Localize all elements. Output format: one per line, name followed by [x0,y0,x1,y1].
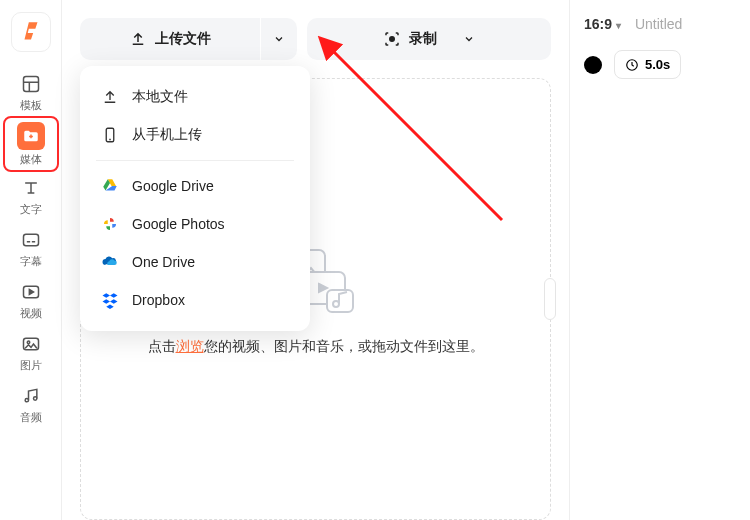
menu-item-gdrive[interactable]: Google Drive [86,167,304,205]
menu-item-phone[interactable]: 从手机上传 [86,116,304,154]
sidebar-item-label: 媒体 [20,152,42,167]
google-drive-icon [100,176,120,196]
main-area: 上传文件 录制 本地文件 从手机上传 [62,0,750,520]
dropzone-suffix: 您的视频、图片和音乐，或拖动文件到这里。 [204,338,484,354]
dropzone-prefix: 点击 [148,338,176,354]
sidebar-item-subtitle[interactable]: 字幕 [7,224,55,272]
music-icon [19,384,43,408]
onedrive-icon [100,252,120,272]
sidebar-item-media[interactable]: 媒体 [7,120,55,168]
sidebar-item-video[interactable]: 视频 [7,276,55,324]
menu-separator [96,160,294,161]
record-icon [383,30,401,48]
menu-item-label: One Drive [132,254,195,270]
sidebar-item-templates[interactable]: 模板 [7,68,55,116]
panel-toolbar: 上传文件 录制 [80,18,551,60]
timeline-clip[interactable]: 5.0s [584,50,736,79]
record-label: 录制 [409,30,437,48]
menu-item-label: Google Photos [132,216,225,232]
app-logo [11,12,51,52]
sidebar-item-label: 图片 [20,358,42,373]
menu-item-label: Google Drive [132,178,214,194]
menu-item-label: Dropbox [132,292,185,308]
right-header: 16:9 ▾ Untitled [584,16,736,32]
upload-menu-toggle[interactable] [261,18,297,60]
media-panel: 上传文件 录制 本地文件 从手机上传 [62,0,570,520]
svg-point-7 [390,37,395,42]
play-icon [19,280,43,304]
panel-resize-handle[interactable] [544,278,556,320]
sidebar-item-text[interactable]: 文字 [7,172,55,220]
dropbox-icon [100,290,120,310]
phone-icon [100,125,120,145]
duration-box[interactable]: 5.0s [614,50,681,79]
chevron-down-icon [463,33,475,45]
sidebar-item-label: 模板 [20,98,42,113]
svg-point-6 [33,396,36,399]
aspect-ratio-selector[interactable]: 16:9 ▾ [584,16,621,32]
chevron-down-icon: ▾ [616,20,621,31]
upload-dropdown-menu: 本地文件 从手机上传 Google Drive Google Photos On… [80,66,310,331]
folder-plus-icon [17,122,45,150]
menu-item-local[interactable]: 本地文件 [86,78,304,116]
dropzone-text: 点击浏览您的视频、图片和音乐，或拖动文件到这里。 [148,338,484,356]
svg-rect-0 [23,76,38,91]
image-icon [19,332,43,356]
clock-icon [625,58,639,72]
sidebar-item-label: 音频 [20,410,42,425]
upload-icon [100,87,120,107]
svg-point-4 [27,341,30,344]
sidebar-item-audio[interactable]: 音频 [7,380,55,428]
svg-rect-1 [23,234,38,246]
menu-item-onedrive[interactable]: One Drive [86,243,304,281]
svg-point-5 [25,398,28,401]
sidebar-item-label: 视频 [20,306,42,321]
upload-label: 上传文件 [155,30,211,48]
google-photos-icon [100,214,120,234]
subtitle-icon [19,228,43,252]
right-panel: 16:9 ▾ Untitled 5.0s [570,0,750,520]
logo-icon [18,19,44,45]
sidebar: 模板 媒体 文字 字幕 视频 图片 音频 [0,0,62,520]
project-title[interactable]: Untitled [635,16,682,32]
menu-item-label: 从手机上传 [132,126,202,144]
upload-icon [129,30,147,48]
sidebar-item-label: 字幕 [20,254,42,269]
record-button[interactable]: 录制 [307,18,551,60]
upload-split-button: 上传文件 [80,18,297,60]
sidebar-item-image[interactable]: 图片 [7,328,55,376]
upload-button[interactable]: 上传文件 [80,18,260,60]
text-icon [19,176,43,200]
menu-item-dropbox[interactable]: Dropbox [86,281,304,319]
chevron-down-icon [273,33,285,45]
sidebar-item-label: 文字 [20,202,42,217]
duration-value: 5.0s [645,57,670,72]
layout-icon [19,72,43,96]
menu-item-gphotos[interactable]: Google Photos [86,205,304,243]
menu-item-label: 本地文件 [132,88,188,106]
clip-thumbnail [584,56,602,74]
browse-link[interactable]: 浏览 [176,338,204,354]
